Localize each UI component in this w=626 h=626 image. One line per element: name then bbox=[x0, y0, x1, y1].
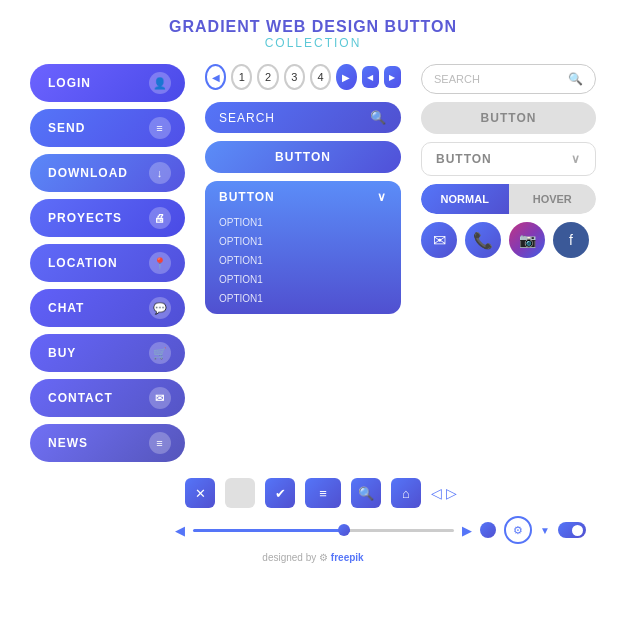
location-label: LOCATION bbox=[48, 256, 118, 270]
dropdown-option-1[interactable]: OPTION1 bbox=[205, 213, 401, 232]
chat-label: CHAT bbox=[48, 301, 84, 315]
next-solid[interactable]: ▶ bbox=[384, 66, 401, 88]
prev-arrow[interactable]: ◀ bbox=[205, 64, 226, 90]
chat-button[interactable]: CHAT 💬 bbox=[30, 289, 185, 327]
buy-icon: 🛒 bbox=[149, 342, 171, 364]
normal-toggle-button[interactable]: NORMAL bbox=[421, 184, 509, 214]
bottom-section: ✕ ✔ ≡ 🔍 ⌂ ◁ ▷ ◀ ▶ ⚙ ▼ bbox=[0, 478, 626, 544]
page-2[interactable]: 2 bbox=[257, 64, 278, 90]
proyects-label: PROYECTS bbox=[48, 211, 122, 225]
hover-toggle-button[interactable]: HOVER bbox=[509, 184, 597, 214]
proyects-icon: 🖨 bbox=[149, 207, 171, 229]
slider-row: ◀ ▶ ⚙ ▼ bbox=[30, 516, 596, 544]
slider-right-arrow[interactable]: ▶ bbox=[462, 523, 472, 538]
chat-icon: 💬 bbox=[149, 297, 171, 319]
right-arrow-icon[interactable]: ▷ bbox=[446, 485, 457, 501]
gradient-search-label: SEARCH bbox=[219, 111, 275, 125]
news-label: NEWS bbox=[48, 436, 88, 450]
news-icon: ≡ bbox=[149, 432, 171, 454]
gray-button[interactable]: BUTTON bbox=[421, 102, 596, 134]
footer: designed by ⚙ freepik bbox=[0, 552, 626, 563]
gray-dropdown-label: BUTTON bbox=[436, 152, 492, 166]
page-1[interactable]: 1 bbox=[231, 64, 252, 90]
proyects-button[interactable]: PROYECTS 🖨 bbox=[30, 199, 185, 237]
outline-search-placeholder: SEARCH bbox=[434, 73, 480, 85]
toggle-switch[interactable] bbox=[558, 522, 586, 538]
gray-button-label: BUTTON bbox=[481, 111, 537, 125]
login-icon: 👤 bbox=[149, 72, 171, 94]
buy-button[interactable]: BUY 🛒 bbox=[30, 334, 185, 372]
normal-hover-toggle: NORMAL HOVER bbox=[421, 184, 596, 214]
gradient-search-bar[interactable]: SEARCH 🔍 bbox=[205, 102, 401, 133]
search-outline-icon: 🔍 bbox=[568, 72, 583, 86]
search-icon: 🔍 bbox=[370, 110, 387, 125]
download-button[interactable]: DOWNLOAD ↓ bbox=[30, 154, 185, 192]
contact-icon: ✉ bbox=[149, 387, 171, 409]
location-button[interactable]: LOCATION 📍 bbox=[30, 244, 185, 282]
phone-social-icon[interactable]: 📞 bbox=[465, 222, 501, 258]
instagram-social-icon[interactable]: 📷 bbox=[509, 222, 545, 258]
news-button[interactable]: NEWS ≡ bbox=[30, 424, 185, 462]
page-3[interactable]: 3 bbox=[284, 64, 305, 90]
page-4[interactable]: 4 bbox=[310, 64, 331, 90]
button-label: BUTTON bbox=[275, 150, 331, 164]
middle-column: ◀ 1 2 3 4 ▶ ◀ ▶ SEARCH 🔍 BUTTON BUTTON ∨… bbox=[205, 64, 401, 462]
icon-row: ✕ ✔ ≡ 🔍 ⌂ ◁ ▷ bbox=[30, 478, 596, 508]
dropdown-option-4[interactable]: OPTION1 bbox=[205, 270, 401, 289]
location-icon: 📍 bbox=[149, 252, 171, 274]
small-dropdown[interactable]: ▼ bbox=[540, 525, 550, 536]
download-icon: ↓ bbox=[149, 162, 171, 184]
gray-box-icon bbox=[225, 478, 255, 508]
dropdown-option-2[interactable]: OPTION1 bbox=[205, 232, 401, 251]
slider-thumb[interactable] bbox=[338, 524, 350, 536]
nav-arrows: ◁ ▷ bbox=[431, 485, 457, 501]
home-icon-button[interactable]: ⌂ bbox=[391, 478, 421, 508]
toggle-knob bbox=[572, 525, 583, 536]
gear-icon-button[interactable]: ⚙ bbox=[504, 516, 532, 544]
dropdown-option-5[interactable]: OPTION1 bbox=[205, 289, 401, 314]
outline-search-bar[interactable]: SEARCH 🔍 bbox=[421, 64, 596, 94]
page-subtitle: COLLECTION bbox=[0, 36, 626, 50]
dropdown-menu[interactable]: BUTTON ∨ OPTION1 OPTION1 OPTION1 OPTION1… bbox=[205, 181, 401, 314]
send-label: SEND bbox=[48, 121, 85, 135]
left-button-column: LOGIN 👤 SEND ≡ DOWNLOAD ↓ PROYECTS 🖨 LOC… bbox=[30, 64, 185, 462]
slider-left-arrow[interactable]: ◀ bbox=[175, 523, 185, 538]
check-icon-button[interactable]: ✔ bbox=[265, 478, 295, 508]
download-label: DOWNLOAD bbox=[48, 166, 128, 180]
gradient-button[interactable]: BUTTON bbox=[205, 141, 401, 173]
footer-brand: freepik bbox=[331, 552, 364, 563]
chevron-down-icon: ∨ bbox=[377, 190, 387, 204]
page-header: GRADIENT WEB DESIGN BUTTON COLLECTION bbox=[0, 0, 626, 50]
facebook-social-icon[interactable]: f bbox=[553, 222, 589, 258]
page-title: GRADIENT WEB DESIGN BUTTON bbox=[0, 18, 626, 36]
gray-dropdown[interactable]: BUTTON ∨ bbox=[421, 142, 596, 176]
send-button[interactable]: SEND ≡ bbox=[30, 109, 185, 147]
prev-solid[interactable]: ◀ bbox=[362, 66, 379, 88]
contact-button[interactable]: CONTACT ✉ bbox=[30, 379, 185, 417]
email-social-icon[interactable]: ✉ bbox=[421, 222, 457, 258]
close-icon-button[interactable]: ✕ bbox=[185, 478, 215, 508]
list-icon-button[interactable]: ≡ bbox=[305, 478, 341, 508]
send-icon: ≡ bbox=[149, 117, 171, 139]
gray-chevron-icon: ∨ bbox=[571, 152, 581, 166]
dropdown-header[interactable]: BUTTON ∨ bbox=[205, 181, 401, 213]
dropdown-small-arrow: ▼ bbox=[540, 525, 550, 536]
contact-label: CONTACT bbox=[48, 391, 113, 405]
dropdown-label: BUTTON bbox=[219, 190, 275, 204]
play-next[interactable]: ▶ bbox=[336, 64, 356, 90]
radio-button[interactable] bbox=[480, 522, 496, 538]
slider-track[interactable] bbox=[193, 529, 454, 532]
pagination-row: ◀ 1 2 3 4 ▶ ◀ ▶ bbox=[205, 64, 401, 90]
dropdown-option-3[interactable]: OPTION1 bbox=[205, 251, 401, 270]
buy-label: BUY bbox=[48, 346, 76, 360]
footer-text: designed by bbox=[262, 552, 316, 563]
login-label: LOGIN bbox=[48, 76, 91, 90]
left-arrow-icon[interactable]: ◁ bbox=[431, 485, 442, 501]
login-button[interactable]: LOGIN 👤 bbox=[30, 64, 185, 102]
search-icon-button[interactable]: 🔍 bbox=[351, 478, 381, 508]
social-icons-row: ✉ 📞 📷 f bbox=[421, 222, 596, 258]
right-column: SEARCH 🔍 BUTTON BUTTON ∨ NORMAL HOVER ✉ … bbox=[421, 64, 596, 462]
